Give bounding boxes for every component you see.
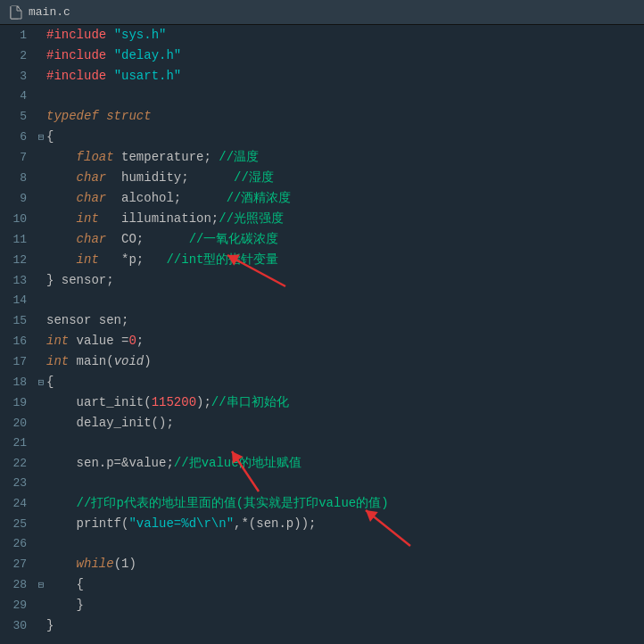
code-line: 3 #include "usart.h" (0, 66, 644, 87)
title-bar: main.c (0, 0, 644, 25)
line-number: 30 (0, 616, 36, 636)
line-number: 22 (0, 454, 36, 474)
line-number: 24 (0, 494, 36, 514)
line-content: int *p; //int型的指针变量 (46, 250, 644, 269)
line-number: 23 (0, 474, 36, 493)
fold-icon[interactable]: ⊟ (36, 128, 46, 147)
line-content: uart_init(115200);//串口初始化 (46, 392, 644, 412)
line-content: } (46, 595, 644, 615)
line-number: 29 (0, 596, 36, 615)
code-line: 5 typedef struct (0, 106, 644, 127)
file-icon (9, 5, 23, 20)
line-content: } sensor; (46, 270, 644, 290)
line-number: 9 (0, 189, 36, 209)
line-content: //打印p代表的地址里面的值(其实就是打印value的值) (46, 493, 644, 513)
line-number: 19 (0, 393, 36, 413)
code-line: 6⊟{ (0, 127, 644, 147)
line-number: 13 (0, 271, 36, 291)
line-content: char alcohol; //酒精浓度 (46, 188, 644, 208)
code-line: 9 char alcohol; //酒精浓度 (0, 188, 644, 209)
line-number: 1 (0, 26, 36, 45)
line-number: 20 (0, 414, 36, 433)
code-line: 22 sen.p=&value;//把value的地址赋值 (0, 453, 644, 474)
line-number: 26 (0, 534, 36, 554)
title-bar-filename: main.c (29, 5, 70, 19)
code-line: 20 delay_init(); (0, 413, 644, 433)
line-number: 21 (0, 433, 36, 453)
line-content: char CO; //一氧化碳浓度 (46, 229, 644, 249)
line-content: sensor sen; (46, 310, 644, 330)
code-line: 28⊟ { (0, 574, 644, 595)
code-line: 12 int *p; //int型的指针变量 (0, 250, 644, 270)
line-number: 6 (0, 128, 36, 147)
code-line: 13 } sensor; (0, 270, 644, 291)
code-line: 25 printf("value=%d\r\n",*(sen.p)); (0, 514, 644, 534)
line-content: while(1) (46, 554, 644, 574)
line-content: printf("value=%d\r\n",*(sen.p)); (46, 514, 644, 533)
code-line: 17 int main(void) (0, 351, 644, 372)
line-content: char humidity; //湿度 (46, 168, 644, 187)
code-line: 18⊟{ (0, 372, 644, 392)
line-number: 14 (0, 291, 36, 310)
line-content: delay_init(); (46, 413, 644, 433)
line-number: 12 (0, 251, 36, 270)
line-number: 11 (0, 230, 36, 250)
fold-icon[interactable]: ⊟ (36, 575, 46, 595)
code-line: 27 while(1) (0, 554, 644, 574)
code-line: 10 int illumination;//光照强度 (0, 209, 644, 229)
line-number: 28 (0, 575, 36, 595)
line-number: 27 (0, 555, 36, 574)
code-line: 15 sensor sen; (0, 310, 644, 331)
line-number: 16 (0, 332, 36, 351)
code-line: 16 int value =0; (0, 331, 644, 351)
code-line: 19 uart_init(115200);//串口初始化 (0, 392, 644, 413)
line-number: 2 (0, 46, 36, 66)
code-line: 11 char CO; //一氧化碳浓度 (0, 229, 644, 250)
line-content: int value =0; (46, 331, 644, 351)
code-line: 4 (0, 87, 644, 106)
line-number: 7 (0, 148, 36, 168)
line-number: 8 (0, 169, 36, 188)
line-content: #include "sys.h" (46, 25, 644, 45)
line-content: } (46, 615, 644, 635)
line-content: int main(void) (46, 351, 644, 371)
line-number: 15 (0, 311, 36, 331)
code-line: 2 #include "delay.h" (0, 45, 644, 66)
line-content: #include "usart.h" (46, 66, 644, 86)
line-content: int illumination;//光照强度 (46, 209, 644, 228)
line-number: 17 (0, 352, 36, 372)
line-content: sen.p=&value;//把value的地址赋值 (46, 453, 644, 473)
line-content: typedef struct (46, 106, 644, 126)
code-line: 29 } (0, 595, 644, 615)
code-line: 8 char humidity; //湿度 (0, 168, 644, 188)
line-content: { (46, 372, 644, 392)
code-line: 30 } (0, 615, 644, 636)
line-number: 18 (0, 373, 36, 392)
line-number: 3 (0, 67, 36, 87)
line-content: { (46, 574, 644, 594)
code-area: 1 #include "sys.h"2 #include "delay.h"3 … (0, 25, 644, 636)
code-line: 14 (0, 291, 644, 310)
line-number: 5 (0, 107, 36, 127)
code-line: 21 (0, 433, 644, 453)
line-number: 4 (0, 87, 36, 106)
code-line: 7 float temperature; //温度 (0, 147, 644, 168)
line-number: 10 (0, 210, 36, 229)
code-line: 23 (0, 474, 644, 493)
line-number: 25 (0, 515, 36, 534)
code-line: 26 (0, 534, 644, 554)
code-line: 24 //打印p代表的地址里面的值(其实就是打印value的值) (0, 493, 644, 514)
code-line: 1 #include "sys.h" (0, 25, 644, 45)
line-content: #include "delay.h" (46, 45, 644, 65)
fold-icon[interactable]: ⊟ (36, 373, 46, 392)
line-content: { (46, 127, 644, 146)
line-content: float temperature; //温度 (46, 147, 644, 167)
